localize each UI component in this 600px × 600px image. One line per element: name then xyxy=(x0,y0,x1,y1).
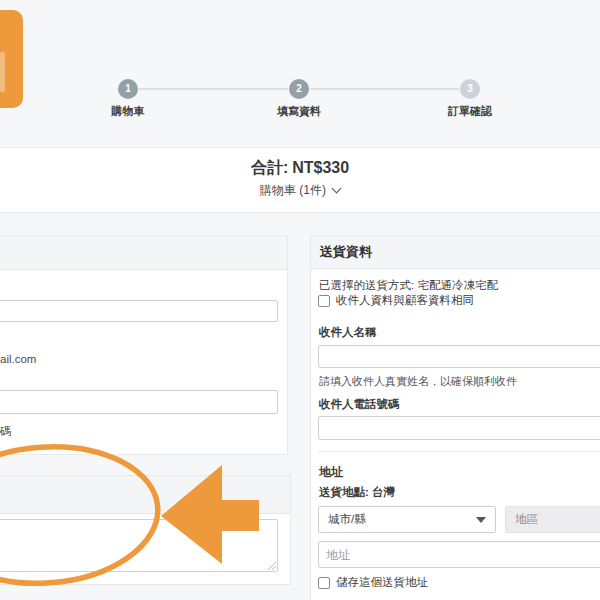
shipping-section-divider xyxy=(318,451,600,452)
city-select[interactable]: 城市/縣 xyxy=(318,506,496,533)
city-select-value: 城市/縣 xyxy=(328,512,366,527)
notes-panel-header xyxy=(0,476,290,514)
recipient-name-input[interactable] xyxy=(318,345,600,368)
step-label: 購物車 xyxy=(93,104,163,119)
district-field-disabled: 地區 xyxy=(505,506,600,533)
save-address-checkbox-row[interactable]: 儲存這個送貨地址 xyxy=(318,575,428,590)
order-summary-band: 合計:NT$330 購物車 (1件) xyxy=(0,147,600,213)
order-total: 合計:NT$330 xyxy=(0,158,600,179)
customer-info-panel xyxy=(0,235,288,455)
textarea-resize-handle-icon[interactable] xyxy=(266,560,277,571)
recipient-phone-label: 收件人電話號碼 xyxy=(319,397,400,412)
cart-toggle-label: 購物車 (1件) xyxy=(260,182,326,199)
chevron-down-icon xyxy=(332,184,342,194)
total-value: NT$330 xyxy=(292,159,349,176)
total-label: 合計: xyxy=(251,159,288,176)
stepper-step-cart[interactable]: 1 購物車 xyxy=(93,79,163,119)
shipping-panel-header: 送貨資料 xyxy=(311,236,600,269)
shipping-method-line: 已選擇的送貨方式: 宅配通冷凍宅配 xyxy=(319,278,498,293)
checkout-stepper: 1 購物車 2 填寫資料 3 訂單確認 xyxy=(0,0,600,147)
customer-email-text-partial: ail.com xyxy=(0,353,36,365)
same-as-customer-checkbox[interactable] xyxy=(318,295,330,307)
step-number-badge: 3 xyxy=(460,79,480,99)
customer-phone-label-partial: 碼 xyxy=(0,424,12,439)
checkout-page: 1 購物車 2 填寫資料 3 訂單確認 合計:NT$330 購物車 (1件) a… xyxy=(0,0,600,600)
step-label: 訂單確認 xyxy=(435,104,505,119)
select-caret-icon xyxy=(476,517,486,523)
same-as-customer-label: 收件人資料與顧客資料相同 xyxy=(336,293,474,308)
destination-line: 送貨地點: 台灣 xyxy=(319,485,395,500)
stepper-step-confirm: 3 訂單確認 xyxy=(435,79,505,119)
save-address-label: 儲存這個送貨地址 xyxy=(336,575,428,590)
customer-name-input[interactable] xyxy=(0,300,278,322)
recipient-name-hint: 請填入收件人真實姓名，以確保順利收件 xyxy=(319,374,517,389)
order-notes-textarea[interactable] xyxy=(0,519,278,572)
recipient-name-label: 收件人名稱 xyxy=(319,325,377,340)
step-number-badge: 1 xyxy=(118,79,138,99)
address-section-label: 地址 xyxy=(319,464,343,481)
save-address-checkbox[interactable] xyxy=(318,577,330,589)
step-label: 填寫資料 xyxy=(264,104,334,119)
same-as-customer-checkbox-row[interactable]: 收件人資料與顧客資料相同 xyxy=(318,293,474,308)
shipping-panel-title: 送貨資料 xyxy=(311,243,372,261)
address-input[interactable] xyxy=(318,541,600,568)
customer-panel-header xyxy=(0,236,287,270)
recipient-phone-input[interactable] xyxy=(318,416,600,440)
stepper-step-fill-info[interactable]: 2 填寫資料 xyxy=(264,79,334,119)
step-number-badge: 2 xyxy=(289,79,309,99)
customer-email-input[interactable] xyxy=(0,390,278,414)
cart-summary-toggle[interactable]: 購物車 (1件) xyxy=(0,182,600,199)
